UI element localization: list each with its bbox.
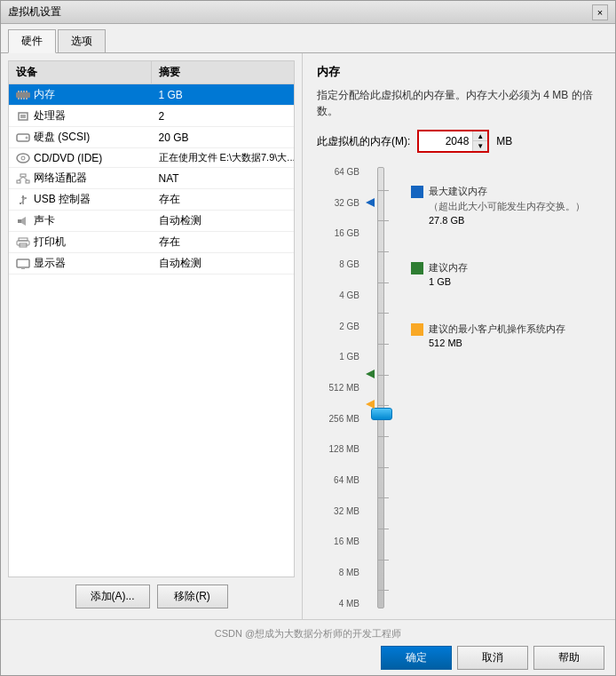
scale-label-4: 4 GB [317,290,359,300]
bottom-buttons: 确定 取消 帮助 [12,646,604,670]
tab-options[interactable]: 选项 [58,29,106,52]
scale-label-10: 64 MB [317,475,359,485]
svg-line-19 [23,177,28,180]
max-memory-value: 27.8 GB [429,215,601,226]
scale-label-14: 4 MB [317,599,359,608]
table-row[interactable]: CD/DVD (IDE) 正在使用文件 E:\大数据7.9\大... [9,148,294,168]
device-name-cell: 打印机 [9,232,152,252]
max-memory-arrow [366,197,375,210]
memory-spinbox: ▲ ▼ [417,130,489,153]
svg-marker-34 [366,370,375,378]
close-button[interactable]: × [592,4,608,20]
right-panel: 内存 指定分配给此虚拟机的内存量。内存大小必须为 4 MB 的倍数。 此虚拟机的… [303,53,615,619]
scale-label-2: 16 GB [317,228,359,238]
table-row[interactable]: 显示器 自动检测 [9,253,294,274]
table-row[interactable]: 打印机 存在 [9,232,294,253]
recommended-memory-value: 1 GB [429,276,601,287]
spinbox-up-button[interactable]: ▲ [473,131,487,141]
svg-rect-5 [18,98,20,99]
left-buttons: 添加(A)... 移除(R) [8,577,295,612]
table-row[interactable]: 处理器 2 [9,106,294,127]
title-bar: 虚拟机设置 × [1,1,615,24]
device-table: 设备 摘要 内存 1 GB [8,60,295,577]
legend-recommended-memory: 建议内存 1 GB [411,261,601,287]
device-summary-cell: 存在 [152,189,295,210]
device-name-cell: USB 控制器 [9,189,152,210]
scale-label-6: 1 GB [317,352,359,362]
cancel-button[interactable]: 取消 [457,646,528,670]
min-memory-color [411,323,423,336]
device-name-cell: 处理器 [9,106,152,126]
header-summary: 摘要 [152,61,294,84]
memory-icon [16,90,30,100]
table-row[interactable]: 内存 1 GB [9,84,294,106]
ok-button[interactable]: 确定 [381,646,452,670]
scale-label-8: 256 MB [317,414,359,424]
recommended-memory-arrow [366,369,375,381]
slider-area: 64 GB 32 GB 16 GB 8 GB 4 GB 2 GB 1 GB 51… [317,167,601,608]
memory-input-label: 此虚拟机的内存(M): [317,134,410,149]
table-row[interactable]: 网络适配器 NAT [9,168,294,189]
device-name-cell: 显示器 [9,253,152,274]
memory-slider-track[interactable] [377,167,384,608]
scale-label-5: 2 GB [317,322,359,331]
svg-rect-26 [18,219,21,223]
virtual-machine-settings-window: 虚拟机设置 × 硬件 选项 设备 摘要 内存 [0,0,616,676]
scale-label-13: 8 MB [317,568,359,577]
table-row[interactable]: 硬盘 (SCSI) 20 GB [9,127,294,148]
network-icon [16,173,30,184]
memory-value-input[interactable] [419,133,472,149]
watermark: CSDN @想成为大数据分析师的开发工程师 [12,625,604,642]
dvd-icon [16,153,30,163]
help-button[interactable]: 帮助 [533,646,604,670]
scale-label-0: 64 GB [317,167,359,177]
memory-description: 指定分配给此虚拟机的内存量。内存大小必须为 4 MB 的倍数。 [317,87,601,119]
svg-rect-17 [26,180,29,183]
svg-rect-32 [21,267,25,269]
device-name-cell: CD/DVD (IDE) [9,148,152,167]
svg-rect-4 [26,91,28,92]
device-name-cell: 声卡 [9,211,152,231]
add-button[interactable]: 添加(A)... [75,585,150,608]
svg-rect-0 [16,92,30,98]
spinbox-buttons: ▲ ▼ [472,131,487,151]
memory-unit-label: MB [496,135,512,147]
tab-hardware[interactable]: 硬件 [8,29,56,53]
min-memory-label: 建议的最小客户机操作系统内存 [429,322,565,336]
svg-point-12 [26,136,28,139]
device-summary-cell: NAT [152,168,295,188]
svg-rect-3 [23,91,25,92]
svg-rect-2 [20,91,22,92]
scale-labels: 64 GB 32 GB 16 GB 8 GB 4 GB 2 GB 1 GB 51… [317,167,363,608]
main-content: 设备 摘要 内存 1 GB [1,53,615,619]
svg-marker-35 [366,400,375,409]
remove-button[interactable]: 移除(R) [157,585,228,608]
recommended-memory-color [411,262,423,274]
memory-input-row: 此虚拟机的内存(M): ▲ ▼ MB [317,130,601,153]
memory-section-title: 内存 [317,64,601,80]
svg-rect-1 [18,91,20,92]
device-summary-cell: 1 GB [152,84,295,105]
svg-rect-25 [20,203,21,204]
legend-min-memory: 建议的最小客户机操作系统内存 512 MB [411,322,601,348]
left-panel: 设备 摘要 内存 1 GB [1,53,303,619]
device-summary-cell: 2 [152,106,295,126]
table-row[interactable]: 声卡 自动检测 [9,211,294,232]
svg-point-14 [21,156,25,160]
table-row[interactable]: USB 控制器 存在 [9,189,294,211]
min-memory-value: 512 MB [429,338,601,348]
device-name-cell: 内存 [9,84,152,105]
window-title: 虚拟机设置 [8,4,61,20]
svg-marker-27 [21,217,26,226]
slider-track-area: 最大建议内存 （超出此大小可能发生内存交换。） 27.8 GB 建议内存 1 G [370,167,601,608]
svg-marker-33 [366,198,375,207]
scale-label-11: 32 MB [317,506,359,516]
device-name-cell: 硬盘 (SCSI) [9,127,152,147]
svg-rect-8 [26,98,28,99]
scale-label-12: 16 MB [317,537,359,546]
svg-rect-15 [20,174,26,177]
spinbox-down-button[interactable]: ▼ [473,141,487,151]
printer-icon [16,237,30,248]
max-memory-sublabel: （超出此大小可能发生内存交换。） [429,200,601,213]
scale-label-9: 128 MB [317,444,359,454]
